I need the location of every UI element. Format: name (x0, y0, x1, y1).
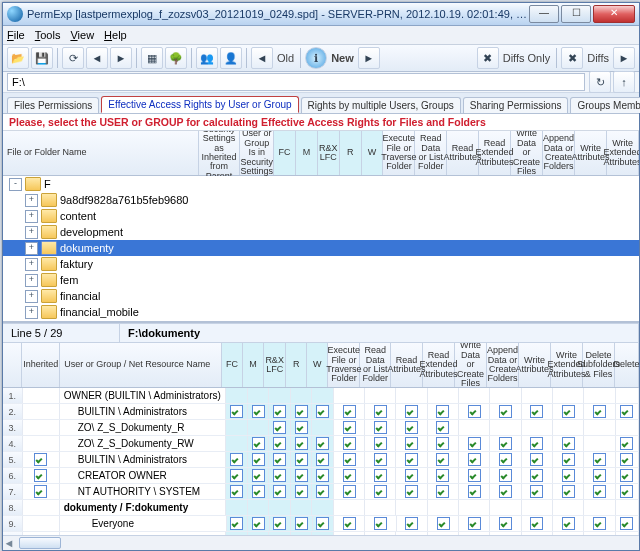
checkbox-icon (343, 485, 356, 498)
col-w2[interactable]: W (307, 343, 328, 387)
col-writedata[interactable]: Write Data or Create Files (511, 131, 543, 175)
tree-row[interactable]: +9a8df9828a761b5feb9680 (3, 192, 639, 208)
expand-icon[interactable]: + (25, 194, 38, 207)
tree-row[interactable]: +financial_mobile (3, 304, 639, 320)
col-append2[interactable]: Append Data or Create Folders (487, 343, 519, 387)
menu-view[interactable]: View (70, 29, 94, 41)
col-readext[interactable]: Read Extended Attributes (479, 131, 511, 175)
col-writedata2[interactable]: Write Data or Create Files (455, 343, 487, 387)
col-exec[interactable]: Execute File or Traverse Folder (383, 131, 415, 175)
col-w[interactable]: W (362, 131, 384, 175)
col-r[interactable]: R (340, 131, 362, 175)
expand-icon[interactable]: + (25, 226, 38, 239)
expand-icon[interactable]: + (25, 274, 38, 287)
acl-row[interactable]: 2.BUILTIN \ Administrators (3, 404, 639, 420)
folder-icon (41, 225, 57, 239)
tool-open-icon[interactable]: 📂 (7, 47, 29, 69)
col-inherited[interactable]: Inherited (22, 343, 60, 387)
tab-rights-multiple[interactable]: Rights by multiple Users, Groups (301, 97, 461, 113)
acl-row[interactable]: 7.NT AUTHORITY \ SYSTEM (3, 484, 639, 500)
acl-row[interactable]: 8.dokumenty / F:dokumenty (3, 500, 639, 516)
tool-refresh-icon[interactable]: ⟳ (62, 47, 84, 69)
tree-row[interactable]: +faktury (3, 256, 639, 272)
tool-back-icon[interactable]: ◄ (86, 47, 108, 69)
col-delsub[interactable]: Delete Subfolders & Files (583, 343, 615, 387)
acl-row[interactable]: 3.ZO\ Z_S_Dokumenty_R (3, 420, 639, 436)
col-in-sec[interactable]: User or Group Is in Security Settings (240, 131, 274, 175)
acl-row[interactable]: 9.Everyone (3, 516, 639, 532)
col-readattr2[interactable]: Read Attributes (391, 343, 423, 387)
expand-icon[interactable]: + (25, 258, 38, 271)
col-exec2[interactable]: Execute File or Traverse Folder (328, 343, 360, 387)
col-m2[interactable]: M (243, 343, 264, 387)
col-file-folder[interactable]: File or Folder Name (3, 131, 199, 175)
col-principal[interactable]: User or Group / Net Resource Name (60, 343, 222, 387)
col-rx[interactable]: R&X LFC (318, 131, 340, 175)
col-rx2[interactable]: R&X LFC (264, 343, 286, 387)
col-writeext[interactable]: Write Extended Attributes (607, 131, 639, 175)
col-del[interactable]: Delete (615, 343, 639, 387)
checkbox-icon (405, 485, 418, 498)
checkbox-icon (343, 405, 356, 418)
maximize-button[interactable]: ☐ (561, 5, 591, 23)
tool-user-icon[interactable]: 👤 (220, 47, 242, 69)
tree-row[interactable]: +dokumenty (3, 240, 639, 256)
menu-help[interactable]: Help (104, 29, 127, 41)
tool-next-icon[interactable]: ► (358, 47, 380, 69)
tree-row[interactable]: +grafika (3, 320, 639, 321)
acl-row[interactable]: 5.BUILTIN \ Administrators (3, 452, 639, 468)
go-button[interactable]: ↻ (589, 71, 611, 93)
tool-last-icon[interactable]: ► (613, 47, 635, 69)
col-readattr[interactable]: Read Attributes (447, 131, 479, 175)
expand-icon[interactable]: - (9, 178, 22, 191)
expand-icon[interactable]: + (25, 290, 38, 303)
minimize-button[interactable]: — (529, 5, 559, 23)
col-same-sec[interactable]: Same Security Settings as Inherited from… (199, 131, 241, 175)
col-readdata[interactable]: Read Data or List Folder (415, 131, 447, 175)
folder-tree[interactable]: -F+9a8df9828a761b5feb9680+content+develo… (3, 176, 639, 321)
close-button[interactable]: ✕ (593, 5, 635, 23)
acl-row[interactable]: 4.ZO\ Z_S_Dokumenty_RW (3, 436, 639, 452)
tool-diff-prev-icon[interactable]: ✖ (477, 47, 499, 69)
col-writeattr2[interactable]: Write Attributes (519, 343, 551, 387)
tool-prev-icon[interactable]: ◄ (251, 47, 273, 69)
tool-expand-icon[interactable]: ▦ (141, 47, 163, 69)
path-input[interactable] (7, 73, 585, 91)
col-fc2[interactable]: FC (222, 343, 243, 387)
expand-icon[interactable]: + (25, 210, 38, 223)
checkbox-icon (468, 485, 481, 498)
tab-groups[interactable]: Groups Members (570, 97, 640, 113)
menu-tools[interactable]: Tools (35, 29, 61, 41)
tool-diff-icon[interactable]: ✖ (561, 47, 583, 69)
tool-users-icon[interactable]: 👥 (196, 47, 218, 69)
tree-row[interactable]: +content (3, 208, 639, 224)
tool-tree-icon[interactable]: 🌳 (165, 47, 187, 69)
scroll-thumb[interactable] (19, 537, 61, 549)
col-r2[interactable]: R (286, 343, 307, 387)
tab-sharing[interactable]: Sharing Permissions (463, 97, 569, 113)
col-fc[interactable]: FC (274, 131, 296, 175)
horizontal-scrollbar[interactable]: ◄ (3, 535, 639, 550)
tree-row[interactable]: +development (3, 224, 639, 240)
tab-effective-access[interactable]: Effective Access Rights by User or Group (101, 96, 298, 113)
col-append[interactable]: Append Data or Create Folders (543, 131, 575, 175)
expand-icon[interactable]: + (25, 306, 38, 319)
menu-file[interactable]: File (7, 29, 25, 41)
tool-save-icon[interactable]: 💾 (31, 47, 53, 69)
col-readext2[interactable]: Read Extended Attributes (423, 343, 455, 387)
tree-row[interactable]: +fem (3, 272, 639, 288)
acl-row[interactable]: 6.CREATOR OWNER (3, 468, 639, 484)
col-writeattr[interactable]: Write Attributes (575, 131, 607, 175)
new-badge-icon[interactable]: ℹ (305, 47, 327, 69)
tool-forward-icon[interactable]: ► (110, 47, 132, 69)
acl-rows[interactable]: 1.OWNER (BUILTIN \ Administrators)2.BUIL… (3, 388, 639, 535)
acl-row[interactable]: 1.OWNER (BUILTIN \ Administrators) (3, 388, 639, 404)
expand-icon[interactable]: + (25, 242, 38, 255)
up-button[interactable]: ↑ (613, 71, 635, 93)
tree-row[interactable]: -F (3, 176, 639, 192)
tab-files-permissions[interactable]: Files Permissions (7, 97, 99, 113)
checkbox-icon (620, 437, 633, 450)
col-readdata2[interactable]: Read Data or List Folder (360, 343, 391, 387)
col-m[interactable]: M (296, 131, 318, 175)
tree-row[interactable]: +financial (3, 288, 639, 304)
